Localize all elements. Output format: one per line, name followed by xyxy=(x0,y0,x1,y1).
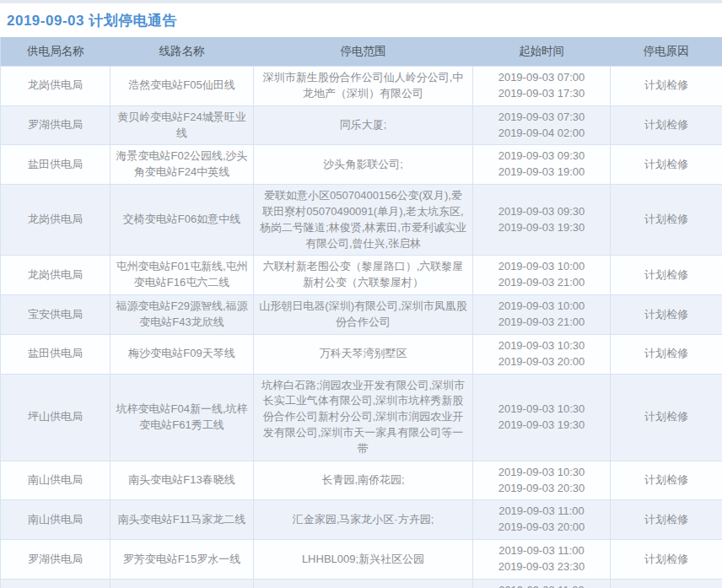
bureau-cell: 龙华供电局 xyxy=(1,579,110,588)
table-row: 龙华供电局长汽变电站F15桂工业线深圳市放马埔股份合作公司,张佩珍2019-09… xyxy=(1,579,722,588)
bureau-cell: 宝安供电局 xyxy=(1,295,110,335)
outage-table: 供电局名称 线路名称 停电范围 起始时间 停电原因 龙岗供电局浩然变电站F05仙… xyxy=(0,37,722,588)
scope-cell: 爱联如意小区05070400156公变(双月),爱联田寮村05070490091… xyxy=(254,185,473,256)
end-time: 2019-09-04 02:00 xyxy=(475,126,608,142)
end-time: 2019-09-03 19:00 xyxy=(475,165,608,181)
header-bureau: 供电局名称 xyxy=(1,37,110,67)
start-time: 2019-09-03 09:30 xyxy=(475,148,608,165)
table-row: 南山供电局南头变电站F13春晓线长青园,南侨花园;2019-09-03 10:3… xyxy=(1,461,722,500)
line-cell: 梅沙变电站F09天琴线 xyxy=(110,334,254,374)
time-cell: 2019-09-03 10:302019-09-03 20:00 xyxy=(473,334,611,374)
table-row: 罗湖供电局罗芳变电站F15罗水一线LHHBL009;新兴社区公园2019-09-… xyxy=(1,540,722,580)
bureau-cell: 龙岗供电局 xyxy=(1,185,110,256)
table-header-row: 供电局名称 线路名称 停电范围 起始时间 停电原因 xyxy=(1,37,722,67)
table-row: 宝安供电局福源变电站F29源智线,福源变电站F43龙欣线山形朝日电器(深圳)有限… xyxy=(1,295,722,335)
line-cell: 交椅变电站F06如意中线 xyxy=(110,185,254,256)
reason-cell: 计划检修 xyxy=(611,295,722,335)
bureau-cell: 南山供电局 xyxy=(1,461,110,500)
line-cell: 福源变电站F29源智线,福源变电站F43龙欣线 xyxy=(110,295,254,335)
reason-cell: 计划检修 xyxy=(611,461,722,500)
reason-cell: 计划检修 xyxy=(611,256,722,295)
header-line: 线路名称 xyxy=(110,37,254,67)
end-time: 2019-09-03 19:30 xyxy=(475,220,608,236)
time-cell: 2019-09-03 07:302019-09-04 02:00 xyxy=(473,105,611,145)
reason-cell: 计划检修 xyxy=(611,579,722,588)
bureau-cell: 坪山供电局 xyxy=(1,374,110,461)
table-row: 罗湖供电局黄贝岭变电站F24城景旺业线同乐大厦;2019-09-03 07:30… xyxy=(1,105,722,145)
line-cell: 浩然变电站F05仙田线 xyxy=(110,67,254,106)
time-cell: 2019-09-03 10:002019-09-03 21:00 xyxy=(473,256,611,295)
header-time: 起始时间 xyxy=(473,37,611,67)
scope-cell: 山形朝日电器(深圳)有限公司,深圳市凤凰股份合作公司 xyxy=(254,295,473,335)
scope-cell: 同乐大厦; xyxy=(254,105,473,145)
reason-cell: 计划检修 xyxy=(611,334,722,374)
table-body: 龙岗供电局浩然变电站F05仙田线深圳市新生股份合作公司仙人岭分公司,中龙地产（深… xyxy=(1,67,722,588)
start-time: 2019-09-03 11:30 xyxy=(475,583,608,588)
bureau-cell: 罗湖供电局 xyxy=(1,105,110,145)
reason-cell: 计划检修 xyxy=(611,105,722,145)
table-row: 盐田供电局海景变电站F02公园线,沙头角变电站F24中英线沙头角影联公司;201… xyxy=(1,145,722,185)
table-row: 南山供电局南头变电站F11马家龙二线汇金家园,马家龙小区·方卉园;2019-09… xyxy=(1,500,722,540)
start-time: 2019-09-03 07:00 xyxy=(475,70,608,86)
reason-cell: 计划检修 xyxy=(611,500,722,540)
end-time: 2019-09-03 19:30 xyxy=(475,418,608,434)
start-time: 2019-09-03 10:30 xyxy=(475,465,608,481)
scope-cell: 深圳市放马埔股份合作公司,张佩珍 xyxy=(254,579,473,588)
bureau-cell: 南山供电局 xyxy=(1,500,110,540)
scope-cell: 六联村新老围公变（黎屋路口）,六联黎屋新村公变（六联黎屋村） xyxy=(254,256,473,295)
bureau-cell: 龙岗供电局 xyxy=(1,67,110,106)
header-reason: 停电原因 xyxy=(611,37,722,67)
line-cell: 罗芳变电站F15罗水一线 xyxy=(110,540,254,580)
start-time: 2019-09-03 11:00 xyxy=(475,543,608,559)
reason-cell: 计划检修 xyxy=(611,185,722,256)
time-cell: 2019-09-03 10:302019-09-03 20:30 xyxy=(473,461,611,500)
line-cell: 黄贝岭变电站F24城景旺业线 xyxy=(110,105,254,145)
bureau-cell: 盐田供电局 xyxy=(1,145,110,185)
time-cell: 2019-09-03 11:002019-09-03 20:00 xyxy=(473,500,611,540)
bureau-cell: 罗湖供电局 xyxy=(1,540,110,580)
time-cell: 2019-09-03 09:302019-09-03 19:00 xyxy=(473,145,611,185)
line-cell: 长汽变电站F15桂工业线 xyxy=(110,579,254,588)
end-time: 2019-09-03 20:00 xyxy=(475,520,608,536)
start-time: 2019-09-03 10:00 xyxy=(475,259,608,275)
end-time: 2019-09-03 21:00 xyxy=(475,315,608,331)
reason-cell: 计划检修 xyxy=(611,67,722,106)
scope-cell: 汇金家园,马家龙小区·方卉园; xyxy=(254,500,473,540)
table-row: 龙岗供电局浩然变电站F05仙田线深圳市新生股份合作公司仙人岭分公司,中龙地产（深… xyxy=(1,67,722,106)
header-scope: 停电范围 xyxy=(254,37,473,67)
bureau-cell: 龙岗供电局 xyxy=(1,256,110,295)
reason-cell: 计划检修 xyxy=(611,374,722,461)
scope-cell: 沙头角影联公司; xyxy=(254,145,473,185)
line-cell: 坑梓变电站F04新一线,坑梓变电站F61秀工线 xyxy=(110,374,254,461)
line-cell: 海景变电站F02公园线,沙头角变电站F24中英线 xyxy=(110,145,254,185)
time-cell: 2019-09-03 07:002019-09-03 17:30 xyxy=(473,67,611,106)
end-time: 2019-09-03 20:30 xyxy=(475,481,608,497)
scope-cell: 坑梓白石路;润园农业开发有限公司,深圳市长实工业气体有限公司,深圳市坑梓秀新股份… xyxy=(254,374,473,461)
end-time: 2019-09-03 21:00 xyxy=(475,275,608,291)
bureau-cell: 盐田供电局 xyxy=(1,334,110,374)
line-cell: 南头变电站F11马家龙二线 xyxy=(110,500,254,540)
time-cell: 2019-09-03 10:302019-09-03 19:30 xyxy=(473,374,611,461)
end-time: 2019-09-03 20:00 xyxy=(475,354,608,370)
scope-cell: 万科天琴湾别墅区 xyxy=(254,334,473,374)
line-cell: 南头变电站F13春晓线 xyxy=(110,461,254,500)
scope-cell: LHHBL009;新兴社区公园 xyxy=(254,540,473,580)
time-cell: 2019-09-03 11:302019-09-03 20:00 xyxy=(473,579,611,588)
end-time: 2019-09-03 23:30 xyxy=(475,559,608,575)
page-title: 2019-09-03 计划停电通告 xyxy=(0,3,722,37)
time-cell: 2019-09-03 10:002019-09-03 21:00 xyxy=(473,295,611,335)
start-time: 2019-09-03 09:30 xyxy=(475,204,608,220)
scope-cell: 长青园,南侨花园; xyxy=(254,461,473,500)
start-time: 2019-09-03 11:00 xyxy=(475,504,608,520)
line-cell: 屯州变电站F01屯新线,屯州变电站F16屯六二线 xyxy=(110,256,254,295)
start-time: 2019-09-03 10:00 xyxy=(475,299,608,315)
start-time: 2019-09-03 07:30 xyxy=(475,110,608,126)
time-cell: 2019-09-03 11:002019-09-03 23:30 xyxy=(473,540,611,580)
end-time: 2019-09-03 17:30 xyxy=(475,86,608,102)
reason-cell: 计划检修 xyxy=(611,145,722,185)
reason-cell: 计划检修 xyxy=(611,540,722,580)
table-row: 龙岗供电局交椅变电站F06如意中线爱联如意小区05070400156公变(双月)… xyxy=(1,185,722,256)
table-row: 坪山供电局坑梓变电站F04新一线,坑梓变电站F61秀工线坑梓白石路;润园农业开发… xyxy=(1,374,722,461)
start-time: 2019-09-03 10:30 xyxy=(475,402,608,418)
scope-cell: 深圳市新生股份合作公司仙人岭分公司,中龙地产（深圳）有限公司 xyxy=(254,67,473,106)
